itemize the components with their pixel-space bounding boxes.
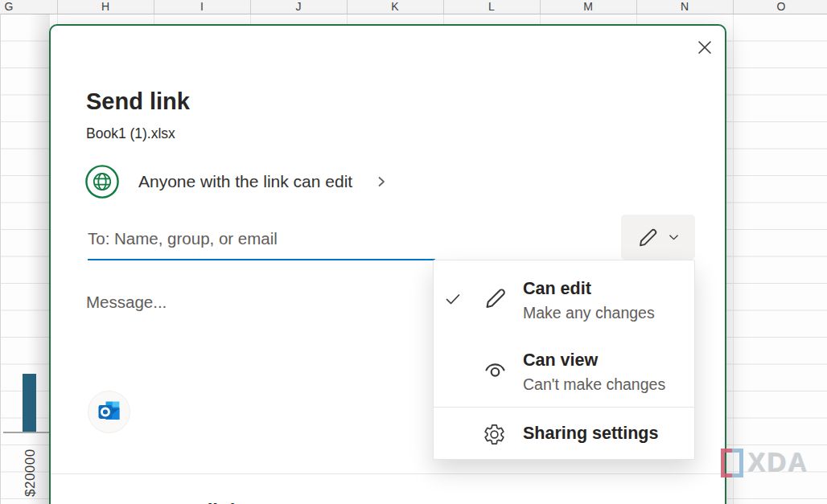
close-button[interactable] bbox=[691, 34, 718, 61]
menu-item-sharing-settings[interactable]: Sharing settings bbox=[434, 422, 694, 458]
column-header[interactable]: N bbox=[636, 0, 733, 14]
column-header[interactable]: K bbox=[347, 0, 443, 14]
globe-icon bbox=[84, 164, 120, 199]
permission-menu: Can edit Make any changes Can view Can't… bbox=[433, 260, 695, 460]
column-header[interactable]: L bbox=[443, 0, 540, 14]
chevron-right-icon bbox=[374, 174, 389, 189]
background-chart: $20000 bbox=[0, 14, 50, 504]
pencil-icon bbox=[636, 226, 659, 248]
outlook-share-button[interactable] bbox=[88, 391, 130, 433]
link-permission-label: Anyone with the link can edit bbox=[138, 172, 352, 191]
close-icon bbox=[693, 36, 716, 59]
copy-link-heading: Copy link bbox=[154, 500, 241, 504]
chart-axis-label: $20000 bbox=[23, 449, 39, 497]
watermark-bracket-left-icon bbox=[721, 449, 732, 477]
column-header[interactable]: J bbox=[250, 0, 347, 14]
menu-item-description: Make any changes bbox=[523, 304, 655, 322]
link-permission-button[interactable]: Anyone with the link can edit bbox=[84, 162, 471, 201]
menu-item-description: Can't make changes bbox=[523, 375, 665, 394]
chart-axis-line bbox=[3, 432, 50, 433]
menu-item-label: Sharing settings bbox=[523, 424, 658, 444]
column-header[interactable]: H bbox=[57, 0, 154, 14]
column-header[interactable]: O bbox=[733, 0, 827, 14]
column-header[interactable]: G bbox=[0, 0, 57, 14]
menu-item-can-edit[interactable]: Can edit Make any changes bbox=[434, 279, 694, 343]
column-header[interactable]: I bbox=[154, 0, 250, 14]
watermark-bracket-right-icon bbox=[732, 449, 743, 477]
outlook-icon bbox=[95, 398, 124, 427]
menu-item-can-view[interactable]: Can view Can't make changes bbox=[434, 350, 694, 415]
column-header[interactable]: M bbox=[540, 0, 636, 14]
gear-icon bbox=[483, 423, 506, 446]
watermark-text: XDA bbox=[748, 448, 809, 478]
menu-divider bbox=[434, 407, 694, 408]
menu-item-label: Can edit bbox=[523, 279, 591, 299]
chevron-down-icon bbox=[667, 231, 681, 244]
recipient-input[interactable] bbox=[88, 219, 435, 260]
dialog-title: Send link bbox=[86, 88, 190, 115]
eye-icon bbox=[483, 359, 508, 383]
xda-watermark: XDA bbox=[721, 448, 809, 478]
chart-bar bbox=[23, 374, 36, 432]
dialog-filename: Book1 (1).xlsx bbox=[86, 125, 175, 142]
check-icon bbox=[444, 290, 462, 308]
permission-dropdown-button[interactable] bbox=[621, 215, 695, 260]
pencil-icon bbox=[483, 285, 508, 310]
menu-item-label: Can view bbox=[523, 350, 598, 371]
column-header-row: G H I J K L M N O bbox=[0, 0, 827, 14]
dialog-divider bbox=[51, 473, 725, 474]
